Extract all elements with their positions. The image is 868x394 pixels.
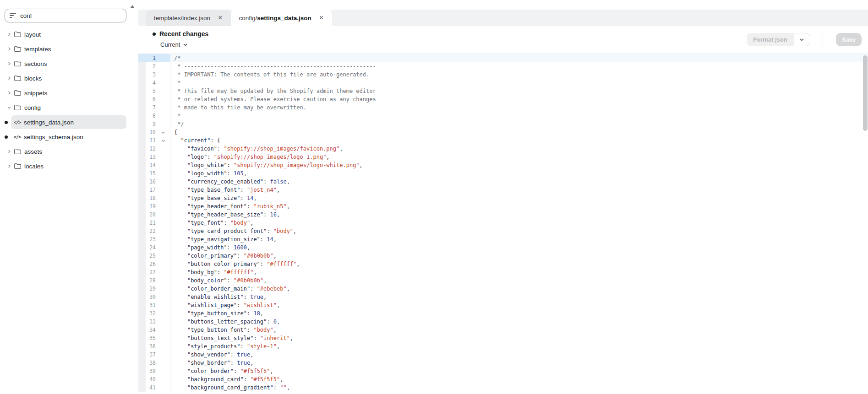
sidebar-item-sections[interactable]: sections	[0, 56, 138, 71]
editor-line-18[interactable]: 18 "type_base_size": 14,	[138, 194, 868, 202]
code-line-content[interactable]: "type_card_product_font": "body",	[170, 227, 868, 235]
code-line-content[interactable]: "buttons_text_style": "inherit",	[170, 334, 868, 342]
editor-line-2[interactable]: 2 * ------------------------------------…	[138, 62, 868, 70]
file-search-input[interactable]	[20, 12, 121, 19]
editor-line-24[interactable]: 24 "page_width": 1600,	[138, 243, 868, 252]
code-editor[interactable]: 1/*2 * ---------------------------------…	[138, 54, 868, 394]
code-line-content[interactable]: "page_width": 1600,	[170, 243, 868, 252]
editor-scrollbar-thumb[interactable]	[863, 55, 868, 131]
sidebar-item-assets[interactable]: assets	[0, 144, 138, 159]
format-json-button[interactable]: Format json	[747, 33, 793, 46]
code-line-content[interactable]: "enable_wishlist": true,	[170, 293, 868, 301]
editor-line-39[interactable]: 39 "color_border": "#f5f5f5",	[138, 367, 868, 375]
code-line-content[interactable]: * made to this file may be overwritten.	[170, 103, 868, 112]
code-line-content[interactable]: "body_color": "#0b0b0b",	[170, 276, 868, 285]
code-line-content[interactable]: "logo": "shopify://shop_images/logo_1.pn…	[170, 153, 868, 161]
editor-line-17[interactable]: 17 "type_base_font": "jost_n4",	[138, 186, 868, 194]
sidebar-item-templates[interactable]: templates	[0, 42, 138, 56]
editor-line-26[interactable]: 26 "button_color_primary": "#ffffff",	[138, 260, 868, 268]
editor-line-5[interactable]: 5 * This file may be updated by the Shop…	[138, 87, 868, 95]
code-line-content[interactable]: "show_vendor": true,	[170, 351, 868, 359]
editor-line-31[interactable]: 31 "wishlist_page": "wishlist",	[138, 301, 868, 309]
fold-chevron-icon[interactable]	[161, 131, 165, 134]
sidebar-scroll-up-arrow[interactable]	[130, 5, 135, 8]
editor-line-3[interactable]: 3 * IMPORTANT: The contents of this file…	[138, 70, 868, 79]
sidebar-item-layout[interactable]: layout	[0, 27, 138, 42]
code-line-content[interactable]: "wishlist_page": "wishlist",	[170, 301, 868, 309]
code-line-content[interactable]: "type_header_font": "rubik_n5",	[170, 202, 868, 210]
code-line-content[interactable]: "type_button_font": "body",	[170, 326, 868, 334]
code-line-content[interactable]: "button_color_primary": "#ffffff",	[170, 260, 868, 268]
code-line-content[interactable]: "color_primary": "#0b0b0b",	[170, 252, 868, 260]
editor-line-14[interactable]: 14 "logo_white": "shopify://shop_images/…	[138, 161, 868, 169]
code-line-content[interactable]: */	[170, 120, 868, 128]
editor-line-7[interactable]: 7 * made to this file may be overwritten…	[138, 103, 868, 112]
editor-line-13[interactable]: 13 "logo": "shopify://shop_images/logo_1…	[138, 153, 868, 161]
editor-line-27[interactable]: 27 "body_bg": "#ffffff",	[138, 268, 868, 276]
code-line-content[interactable]: "current": {	[170, 136, 868, 145]
editor-line-32[interactable]: 32 "type_button_size": 18,	[138, 309, 868, 318]
code-line-content[interactable]: "background_card": "#f5f5f5",	[170, 375, 868, 383]
editor-line-36[interactable]: 36 "style_products": "style-1",	[138, 342, 868, 351]
sidebar-item-blocks[interactable]: blocks	[0, 71, 138, 86]
code-line-content[interactable]: "color_border_main": "#ebebeb",	[170, 285, 868, 293]
save-button[interactable]: Save	[836, 33, 862, 46]
code-line-content[interactable]: /*	[170, 54, 868, 62]
editor-line-8[interactable]: 8 * ------------------------------------…	[138, 112, 868, 120]
editor-line-41[interactable]: 41 "background_card_gradient": "",	[138, 383, 868, 392]
tab-close-icon[interactable]: ×	[217, 14, 223, 22]
code-line-content[interactable]: "show_border": true,	[170, 359, 868, 367]
editor-line-1[interactable]: 1/*	[138, 54, 868, 62]
code-line-content[interactable]: "style_products": "style-1",	[170, 342, 868, 351]
code-line-content[interactable]: "type_base_size": 14,	[170, 194, 868, 202]
editor-line-16[interactable]: 16 "currency_code_enabled": false,	[138, 178, 868, 186]
editor-line-12[interactable]: 12 "favicon": "shopify://shop_images/fav…	[138, 145, 868, 153]
format-json-dropdown-button[interactable]	[794, 33, 810, 46]
editor-line-15[interactable]: 15 "logo_width": 105,	[138, 169, 868, 178]
editor-line-29[interactable]: 29 "color_border_main": "#ebebeb",	[138, 285, 868, 293]
code-line-content[interactable]: "type_header_base_size": 16,	[170, 210, 868, 219]
editor-line-38[interactable]: 38 "show_border": true,	[138, 359, 868, 367]
sidebar-item-locales[interactable]: locales	[0, 159, 138, 173]
code-line-content[interactable]: {	[170, 128, 868, 136]
code-line-content[interactable]: * --------------------------------------…	[170, 112, 868, 120]
tab-close-icon[interactable]: ×	[318, 14, 324, 22]
editor-line-25[interactable]: 25 "color_primary": "#0b0b0b",	[138, 252, 868, 260]
code-line-content[interactable]: "color_border": "#f5f5f5",	[170, 367, 868, 375]
editor-line-21[interactable]: 21 "type_font": "body",	[138, 219, 868, 227]
code-line-content[interactable]: *	[170, 79, 868, 87]
code-line-content[interactable]: "type_font": "body",	[170, 219, 868, 227]
file-search-box[interactable]	[5, 9, 126, 22]
code-line-content[interactable]: "currency_code_enabled": false,	[170, 178, 868, 186]
code-line-content[interactable]: "type_button_size": 18,	[170, 309, 868, 318]
code-line-content[interactable]: "buttons_letter_spacing": 0,	[170, 318, 868, 326]
editor-line-20[interactable]: 20 "type_header_base_size": 16,	[138, 210, 868, 219]
editor-line-4[interactable]: 4 *	[138, 79, 868, 87]
code-line-content[interactable]: * IMPORTANT: The contents of this file a…	[170, 70, 868, 79]
editor-line-23[interactable]: 23 "type_navigation_size": 14,	[138, 235, 868, 243]
sidebar-item-settings-data-json[interactable]: </>settings_data.json	[0, 115, 138, 130]
editor-line-9[interactable]: 9 */	[138, 120, 868, 128]
editor-line-40[interactable]: 40 "background_card": "#f5f5f5",	[138, 375, 868, 383]
tab-config-settings-data-json[interactable]: config/settings_data.json×	[231, 10, 332, 26]
sidebar-item-snippets[interactable]: snippets	[0, 86, 138, 100]
editor-line-30[interactable]: 30 "enable_wishlist": true,	[138, 293, 868, 301]
code-line-content[interactable]: * or related systems. Please exercise ca…	[170, 95, 868, 103]
editor-line-10[interactable]: 10{	[138, 128, 868, 136]
code-line-content[interactable]: "body_bg": "#ffffff",	[170, 268, 868, 276]
editor-line-37[interactable]: 37 "show_vendor": true,	[138, 351, 868, 359]
code-line-content[interactable]: * This file may be updated by the Shopif…	[170, 87, 868, 95]
editor-line-19[interactable]: 19 "type_header_font": "rubik_n5",	[138, 202, 868, 210]
tab-templates-index-json[interactable]: templates/index.json×	[146, 10, 231, 26]
editor-line-28[interactable]: 28 "body_color": "#0b0b0b",	[138, 276, 868, 285]
code-line-content[interactable]: "logo_white": "shopify://shop_images/log…	[170, 161, 868, 169]
editor-line-35[interactable]: 35 "buttons_text_style": "inherit",	[138, 334, 868, 342]
code-line-content[interactable]: "favicon": "shopify://shop_images/favico…	[170, 145, 868, 153]
code-line-content[interactable]: "logo_width": 105,	[170, 169, 868, 178]
code-line-content[interactable]: * --------------------------------------…	[170, 62, 868, 70]
sidebar-item-settings-schema-json[interactable]: </>settings_schema.json	[0, 130, 138, 144]
code-line-content[interactable]: "type_navigation_size": 14,	[170, 235, 868, 243]
editor-line-33[interactable]: 33 "buttons_letter_spacing": 0,	[138, 318, 868, 326]
fold-chevron-icon[interactable]	[161, 139, 165, 142]
code-line-content[interactable]: "background_card_gradient": "",	[170, 383, 868, 392]
